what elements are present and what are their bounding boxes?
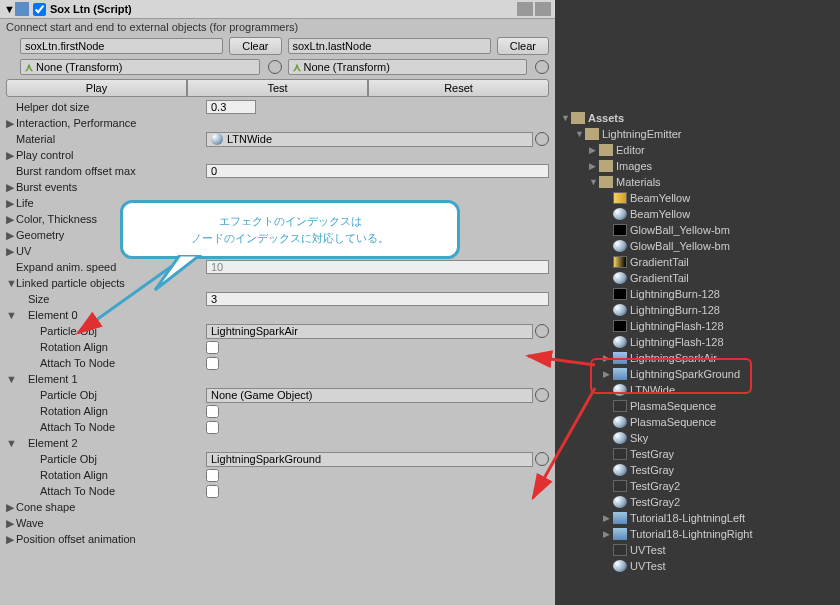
last-node-field[interactable]: soxLtn.lastNode bbox=[288, 38, 491, 54]
asset-icon bbox=[613, 208, 627, 220]
tree-item[interactable]: Sky bbox=[561, 430, 840, 446]
tree-item[interactable]: LightningBurn-128 bbox=[561, 302, 840, 318]
rotation-align-checkbox-2[interactable] bbox=[206, 469, 219, 482]
asset-label: PlasmaSequence bbox=[630, 416, 716, 428]
tree-item[interactable]: TestGray bbox=[561, 462, 840, 478]
expand-icon[interactable]: ▶ bbox=[6, 245, 16, 258]
asset-icon bbox=[613, 528, 627, 540]
tree-item[interactable]: PlasmaSequence bbox=[561, 414, 840, 430]
tree-item[interactable]: BeamYellow bbox=[561, 190, 840, 206]
expand-icon[interactable]: ▶ bbox=[589, 145, 599, 155]
tree-item[interactable]: GlowBall_Yellow-bm bbox=[561, 238, 840, 254]
tree-item[interactable]: ▶Tutorial18-LightningLeft bbox=[561, 510, 840, 526]
tree-item[interactable]: TestGray2 bbox=[561, 478, 840, 494]
expand-icon[interactable]: ▶ bbox=[603, 353, 613, 363]
expand-icon[interactable]: ▼ bbox=[6, 373, 16, 385]
expand-icon[interactable]: ▶ bbox=[6, 181, 16, 194]
clear-button-1[interactable]: Clear bbox=[229, 37, 281, 55]
expand-icon[interactable]: ▼ bbox=[6, 437, 16, 449]
tree-item[interactable]: TestGray2 bbox=[561, 494, 840, 510]
tree-item[interactable]: ▼Materials bbox=[561, 174, 840, 190]
expand-icon[interactable]: ▼ bbox=[4, 3, 15, 15]
rotation-align-checkbox-0[interactable] bbox=[206, 341, 219, 354]
tree-item[interactable]: LightningBurn-128 bbox=[561, 286, 840, 302]
component-header[interactable]: ▼ Sox Ltn (Script) bbox=[0, 0, 555, 19]
expand-icon[interactable]: ▼ bbox=[6, 277, 16, 289]
tree-item[interactable]: GradientTail bbox=[561, 270, 840, 286]
transform-field-1[interactable]: ⋏None (Transform) bbox=[20, 59, 260, 75]
folder-icon bbox=[599, 160, 613, 172]
transform-field-2[interactable]: ⋏None (Transform) bbox=[288, 59, 528, 75]
play-button[interactable]: Play bbox=[6, 79, 187, 97]
prop-label: Rotation Align bbox=[16, 405, 206, 417]
expand-icon[interactable]: ▶ bbox=[603, 513, 613, 523]
attach-node-checkbox-0[interactable] bbox=[206, 357, 219, 370]
tree-item[interactable]: ▶LightningSparkGround bbox=[561, 366, 840, 382]
tree-item[interactable]: UVTest bbox=[561, 542, 840, 558]
tree-item[interactable]: BeamYellow bbox=[561, 206, 840, 222]
tree-item[interactable]: TestGray bbox=[561, 446, 840, 462]
object-picker-icon[interactable] bbox=[535, 132, 549, 146]
gear-icon[interactable] bbox=[535, 2, 551, 16]
asset-icon bbox=[613, 240, 627, 252]
tree-item[interactable]: LightningFlash-128 bbox=[561, 334, 840, 350]
tree-item[interactable]: ▼Assets bbox=[561, 110, 840, 126]
prop-label: Attach To Node bbox=[16, 485, 206, 497]
tree-item[interactable]: LightningFlash-128 bbox=[561, 318, 840, 334]
prop-label: Particle Obj bbox=[16, 453, 206, 465]
first-node-field[interactable]: soxLtn.firstNode bbox=[20, 38, 223, 54]
help-icon[interactable] bbox=[517, 2, 533, 16]
particle-obj-field-2[interactable]: LightningSparkGround bbox=[206, 452, 533, 467]
expand-icon[interactable]: ▶ bbox=[603, 529, 613, 539]
expand-icon[interactable]: ▶ bbox=[6, 229, 16, 242]
expand-icon[interactable]: ▶ bbox=[603, 369, 613, 379]
asset-icon bbox=[613, 416, 627, 428]
expand-icon[interactable]: ▶ bbox=[589, 161, 599, 171]
object-picker-icon[interactable] bbox=[535, 324, 549, 338]
asset-label: BeamYellow bbox=[630, 208, 690, 220]
tree-item[interactable]: LTNWide bbox=[561, 382, 840, 398]
object-picker-icon[interactable] bbox=[535, 60, 549, 74]
reset-button[interactable]: Reset bbox=[368, 79, 549, 97]
material-field[interactable]: LTNWide bbox=[206, 132, 533, 147]
script-icon bbox=[15, 2, 29, 16]
tree-item[interactable]: UVTest bbox=[561, 558, 840, 574]
asset-label: GradientTail bbox=[630, 256, 689, 268]
tree-item[interactable]: ▼LightningEmitter bbox=[561, 126, 840, 142]
tree-item[interactable]: ▶Images bbox=[561, 158, 840, 174]
tree-item[interactable]: ▶LightningSparkAir bbox=[561, 350, 840, 366]
attach-node-checkbox-1[interactable] bbox=[206, 421, 219, 434]
clear-button-2[interactable]: Clear bbox=[497, 37, 549, 55]
object-picker-icon[interactable] bbox=[535, 388, 549, 402]
tree-item[interactable]: ▶Tutorial18-LightningRight bbox=[561, 526, 840, 542]
particle-obj-field-0[interactable]: LightningSparkAir bbox=[206, 324, 533, 339]
expand-icon[interactable]: ▶ bbox=[6, 533, 16, 546]
tree-item[interactable]: PlasmaSequence bbox=[561, 398, 840, 414]
expand-icon[interactable]: ▶ bbox=[6, 501, 16, 514]
expand-icon[interactable]: ▶ bbox=[6, 213, 16, 226]
asset-label: LightningBurn-128 bbox=[630, 288, 720, 300]
expand-icon[interactable]: ▶ bbox=[6, 149, 16, 162]
attach-node-checkbox-2[interactable] bbox=[206, 485, 219, 498]
tree-item[interactable]: GlowBall_Yellow-bm bbox=[561, 222, 840, 238]
expand-icon[interactable]: ▶ bbox=[6, 197, 16, 210]
material-icon bbox=[211, 133, 223, 145]
expand-icon[interactable]: ▼ bbox=[6, 309, 16, 321]
expand-icon[interactable]: ▶ bbox=[6, 117, 16, 130]
tree-item[interactable]: GradientTail bbox=[561, 254, 840, 270]
expand-icon[interactable]: ▼ bbox=[575, 129, 585, 139]
test-button[interactable]: Test bbox=[187, 79, 368, 97]
burst-offset-input[interactable] bbox=[206, 164, 549, 178]
object-picker-icon[interactable] bbox=[268, 60, 282, 74]
expand-icon[interactable]: ▶ bbox=[6, 517, 16, 530]
expand-icon[interactable]: ▼ bbox=[589, 177, 599, 187]
size-input[interactable] bbox=[206, 292, 549, 306]
helper-dot-input[interactable] bbox=[206, 100, 256, 114]
particle-obj-field-1[interactable]: None (Game Object) bbox=[206, 388, 533, 403]
tree-item[interactable]: ▶Editor bbox=[561, 142, 840, 158]
rotation-align-checkbox-1[interactable] bbox=[206, 405, 219, 418]
object-picker-icon[interactable] bbox=[535, 452, 549, 466]
enable-checkbox[interactable] bbox=[33, 3, 46, 16]
expand-icon[interactable]: ▼ bbox=[561, 113, 571, 123]
callout-tail bbox=[150, 255, 210, 295]
